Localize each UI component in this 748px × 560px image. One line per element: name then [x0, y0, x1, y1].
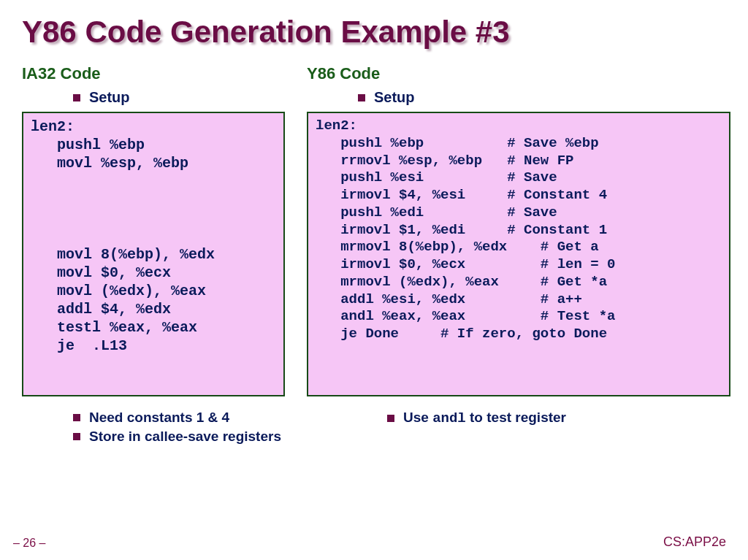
- bullet-icon: [358, 94, 365, 101]
- course-label: CS:APP2e: [663, 534, 726, 550]
- y86-heading: Y86 Code: [307, 64, 730, 83]
- y86-code-block: len2: pushl %ebp # Save %ebp rrmovl %esp…: [307, 112, 730, 396]
- text-mono: andl: [432, 410, 466, 426]
- ia32-heading: IA32 Code: [22, 64, 285, 83]
- text-post: to test register: [466, 410, 566, 425]
- ia32-code-block: len2: pushl %ebp movl %esp, %ebp movl 8(…: [22, 112, 285, 396]
- bullet-icon: [73, 94, 80, 101]
- footer-bullet-andl: Use andl to test register: [403, 410, 566, 426]
- footer-bullet-callee: Store in callee-save registers: [89, 429, 281, 445]
- ia32-bullet: Setup: [89, 89, 130, 106]
- page-number: – 26 –: [13, 537, 45, 550]
- y86-bullet: Setup: [374, 89, 415, 106]
- footer-bullet-constants: Need constants 1 & 4: [89, 410, 229, 426]
- text-pre: Use: [403, 410, 432, 425]
- bullet-icon: [73, 414, 80, 421]
- bullet-icon: [73, 433, 80, 440]
- slide-title: Y86 Code Generation Example #3: [22, 15, 726, 50]
- bullet-icon: [387, 415, 394, 422]
